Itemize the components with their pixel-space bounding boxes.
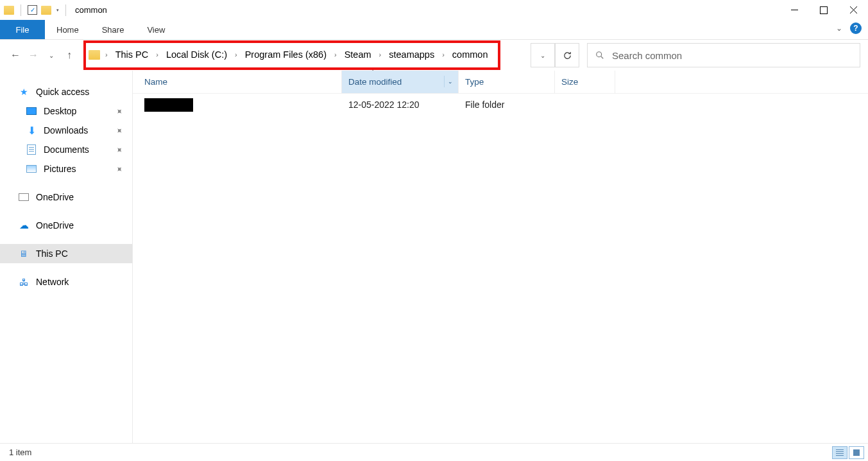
sidebar-label: Network xyxy=(36,277,69,287)
pin-icon: ✦ xyxy=(114,125,125,136)
desktop-icon xyxy=(26,106,37,116)
sidebar-quick-access[interactable]: ★ Quick access xyxy=(0,82,132,101)
pc-icon: 🖥 xyxy=(18,248,30,259)
column-type[interactable]: Type xyxy=(459,71,555,93)
search-icon xyxy=(595,51,604,60)
tab-home[interactable]: Home xyxy=(45,20,90,39)
pin-icon: ✦ xyxy=(114,144,125,155)
network-icon: 🖧 xyxy=(18,277,30,287)
column-filter-dropdown[interactable]: ⌄ xyxy=(444,76,455,87)
maximize-button[interactable] xyxy=(809,0,838,20)
file-tab[interactable]: File xyxy=(0,20,45,39)
qat-newfolder-icon[interactable] xyxy=(41,6,51,15)
crumb-common[interactable]: common xyxy=(448,49,492,60)
back-button[interactable]: ← xyxy=(8,48,23,63)
crumb-this-pc[interactable]: This PC xyxy=(112,49,153,60)
close-button[interactable] xyxy=(838,0,868,20)
refresh-button[interactable] xyxy=(555,43,579,67)
sidebar-label: Documents xyxy=(44,144,89,155)
sidebar-label: This PC xyxy=(36,248,68,259)
crumb-steamapps[interactable]: steamapps xyxy=(385,49,438,60)
ribbon-tabs: File Home Share View ⌄ ? xyxy=(0,20,868,40)
column-headers: ˄ Name Date modified ⌄ Type Size xyxy=(133,71,868,94)
view-toggles xyxy=(832,446,864,459)
body: ★ Quick access Desktop ✦ ⬇ Downloads ✦ D… xyxy=(0,71,868,443)
address-bar-highlight: › This PC › Local Disk (C:) › Program Fi… xyxy=(83,40,500,70)
crumb-steam[interactable]: Steam xyxy=(341,49,375,60)
column-name[interactable]: Name xyxy=(133,71,342,93)
chevron-right-icon[interactable]: › xyxy=(378,51,383,58)
tab-share[interactable]: Share xyxy=(90,20,136,39)
cloud-icon: ☁ xyxy=(18,220,30,230)
qat-dropdown-icon[interactable]: ▾ xyxy=(56,8,59,13)
ribbon-expand-icon[interactable]: ⌄ xyxy=(836,24,842,33)
separator xyxy=(21,4,21,16)
details-view-button[interactable] xyxy=(832,446,847,459)
navigation-pane: ★ Quick access Desktop ✦ ⬇ Downloads ✦ D… xyxy=(0,71,133,443)
sidebar-item-pictures[interactable]: Pictures ✦ xyxy=(0,159,132,178)
sidebar-label: OneDrive xyxy=(36,220,74,230)
chevron-right-icon[interactable]: › xyxy=(104,51,109,58)
sidebar-item-downloads[interactable]: ⬇ Downloads ✦ xyxy=(0,121,132,140)
sidebar-label: Downloads xyxy=(44,125,88,135)
svg-point-0 xyxy=(597,52,602,57)
sidebar-onedrive-2[interactable]: ☁ OneDrive xyxy=(0,216,132,235)
column-size[interactable]: Size xyxy=(555,71,615,93)
redacted-name xyxy=(144,98,193,112)
minimize-button[interactable] xyxy=(779,0,809,20)
forward-button[interactable]: → xyxy=(26,48,41,63)
sidebar-item-documents[interactable]: Documents ✦ xyxy=(0,140,132,159)
column-date-modified[interactable]: Date modified ⌄ xyxy=(342,71,459,93)
chevron-right-icon[interactable]: › xyxy=(333,51,338,58)
window-title: common xyxy=(75,5,107,15)
sidebar-label: Desktop xyxy=(44,106,76,116)
chevron-right-icon[interactable]: › xyxy=(441,51,446,58)
document-icon xyxy=(26,144,37,155)
pictures-icon xyxy=(26,164,37,174)
sidebar-onedrive-1[interactable]: OneDrive xyxy=(0,187,132,207)
download-icon: ⬇ xyxy=(26,125,37,135)
sidebar-label: OneDrive xyxy=(36,192,74,202)
sidebar-this-pc[interactable]: 🖥 This PC xyxy=(0,244,132,263)
file-list: ˄ Name Date modified ⌄ Type Size 12-05-2… xyxy=(133,71,868,443)
pin-icon: ✦ xyxy=(114,105,125,117)
app-folder-icon xyxy=(4,6,14,15)
qat-properties-icon[interactable]: ✓ xyxy=(28,5,37,15)
cell-type: File folder xyxy=(459,100,555,110)
separator xyxy=(65,4,66,16)
large-icons-view-button[interactable] xyxy=(849,446,864,459)
search-placeholder: Search common xyxy=(612,50,682,61)
chevron-right-icon[interactable]: › xyxy=(155,51,160,58)
tab-view[interactable]: View xyxy=(135,20,176,39)
search-input[interactable]: Search common xyxy=(587,43,860,67)
navigation-row: ← → ⌄ ↑ › This PC › Local Disk (C:) › Pr… xyxy=(0,40,868,71)
status-bar: 1 item xyxy=(0,443,868,461)
crumb-local-disk[interactable]: Local Disk (C:) xyxy=(162,49,231,60)
quick-access-toolbar: ✓ ▾ xyxy=(4,4,69,16)
file-row[interactable]: 12-05-2022 12:20 File folder xyxy=(133,94,868,116)
address-bar[interactable]: › This PC › Local Disk (C:) › Program Fi… xyxy=(86,43,494,66)
address-history-dropdown[interactable]: ⌄ xyxy=(531,43,555,67)
crumb-program-files[interactable]: Program Files (x86) xyxy=(241,49,330,60)
cell-date: 12-05-2022 12:20 xyxy=(342,100,459,110)
up-button[interactable]: ↑ xyxy=(62,48,77,63)
chevron-right-icon[interactable]: › xyxy=(234,51,239,58)
window-controls xyxy=(779,0,868,20)
status-item-count: 1 item xyxy=(9,448,31,457)
sidebar-label: Pictures xyxy=(44,164,76,174)
sidebar-item-desktop[interactable]: Desktop ✦ xyxy=(0,101,132,121)
recent-dropdown-icon[interactable]: ⌄ xyxy=(44,48,59,63)
sidebar-network[interactable]: 🖧 Network xyxy=(0,272,132,291)
pin-icon: ✦ xyxy=(114,163,125,175)
help-icon[interactable]: ? xyxy=(850,22,862,34)
star-icon: ★ xyxy=(18,87,30,97)
onedrive-icon xyxy=(18,192,30,202)
address-folder-icon xyxy=(89,50,100,60)
cell-name xyxy=(133,98,342,112)
title-bar: ✓ ▾ common xyxy=(0,0,868,20)
sidebar-label: Quick access xyxy=(36,87,89,97)
